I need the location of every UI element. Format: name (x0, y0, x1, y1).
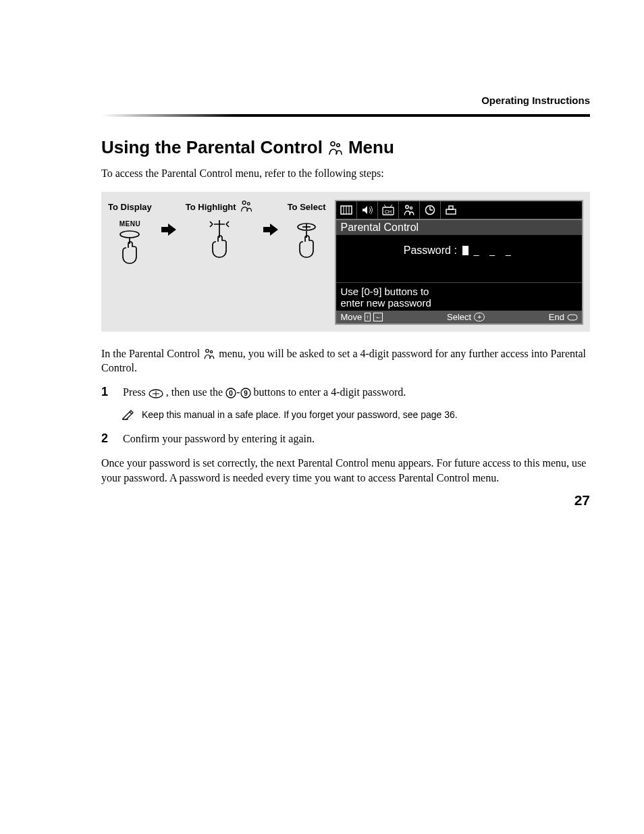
menu-text-label: MENU (108, 220, 152, 228)
final-para: Once your password is set correctly, the… (101, 456, 590, 485)
osd-msg-line1: Use [0-9] buttons to (340, 286, 578, 297)
osd-audio-icon (357, 201, 378, 219)
step1-text-b: , then use the (166, 386, 225, 398)
col-display: To Display MENU (108, 200, 152, 268)
svg-rect-25 (568, 315, 577, 320)
osd-cursor (462, 246, 468, 255)
nine-button-icon: 9 (240, 388, 251, 398)
osd-footer-select: Select (447, 312, 471, 322)
pencil-note-icon (122, 409, 135, 422)
osd-password-dashes: _ _ _ (474, 245, 515, 256)
step-number: 2 (101, 432, 115, 446)
svg-point-5 (247, 202, 250, 205)
section-header: Operating Instructions (101, 95, 590, 106)
svg-marker-6 (263, 224, 278, 236)
osd-password-label: Password : (404, 244, 457, 256)
osd-title: Parental Control (336, 220, 582, 235)
osd-video-icon (336, 201, 357, 219)
intro-text: To access the Parental Control menu, ref… (101, 167, 590, 180)
svg-point-27 (211, 350, 213, 353)
parental-control-icon (239, 199, 254, 215)
step-1: 1 Press , then use the 0 - 9 buttons to … (101, 385, 590, 400)
arrow-icon (263, 224, 278, 238)
osd-parental-icon (399, 201, 420, 219)
note: Keep this manual in a safe place. If you… (122, 409, 590, 422)
svg-text:0: 0 (229, 390, 233, 397)
page-number: 27 (574, 492, 590, 509)
svg-point-1 (337, 143, 340, 146)
header-rule (101, 114, 590, 117)
left-arrow-icon: ← (373, 313, 383, 321)
svg-point-18 (406, 205, 409, 209)
col-display-label: To Display (108, 200, 152, 213)
step1-text-c: buttons to enter a 4-digit password. (254, 386, 406, 398)
col-select: To Select (288, 200, 326, 267)
steps-list-2: 2 Confirm your password by entering it a… (101, 432, 590, 446)
osd-msg-line2: enter new password (340, 297, 578, 309)
osd-body: Password : _ _ _ (336, 235, 582, 282)
after-box-text-1: In the Parental Control (101, 348, 203, 359)
menu-button-icon (567, 313, 578, 321)
osd-screenshot: CH Parental Control Password : _ _ _ Use… (335, 200, 583, 325)
step-2: 2 Confirm your password by entering it a… (101, 432, 590, 446)
osd-footer: Move↑← Select+ End (336, 311, 582, 323)
svg-text:CH: CH (385, 209, 392, 214)
svg-rect-24 (449, 206, 453, 209)
svg-marker-3 (161, 224, 176, 236)
svg-text:9: 9 (244, 390, 248, 397)
osd-footer-end: End (549, 312, 564, 322)
arrow-icon (161, 224, 176, 238)
svg-point-0 (331, 142, 335, 146)
page-title: Using the Parental Control Menu (101, 137, 590, 158)
joystick-button-icon (149, 389, 163, 398)
title-pre: Using the Parental Control (101, 137, 323, 158)
up-arrow-icon: ↑ (365, 313, 371, 321)
zero-button-icon: 0 (225, 388, 236, 398)
step1-text-a: Press (123, 386, 149, 398)
osd-channel-icon: CH (378, 201, 399, 219)
col-highlight: To Highlight (186, 200, 254, 267)
svg-point-19 (410, 207, 412, 209)
steps-list: 1 Press , then use the 0 - 9 buttons to … (101, 385, 590, 400)
col-select-label: To Select (288, 200, 326, 213)
svg-rect-23 (446, 209, 456, 214)
parental-control-icon (203, 348, 216, 360)
svg-point-2 (120, 231, 139, 238)
osd-footer-move: Move (340, 312, 362, 322)
joystick-hand-icon (200, 220, 238, 265)
osd-timer-icon (420, 201, 441, 219)
press-menu-hand-icon (113, 228, 146, 265)
parental-control-icon (327, 140, 344, 156)
osd-setup-icon (441, 201, 461, 219)
press-select-hand-icon (290, 220, 323, 265)
note-text: Keep this manual in a safe place. If you… (142, 409, 458, 420)
after-box-para: In the Parental Control menu, you will b… (101, 346, 590, 375)
osd-icon-row: CH (336, 201, 582, 220)
instruction-diagram: To Display MENU To Highlight (101, 192, 590, 332)
title-post: Menu (348, 137, 394, 158)
col-highlight-label: To Highlight (186, 200, 254, 213)
osd-message: Use [0-9] buttons to enter new password (336, 282, 582, 311)
step2-text: Confirm your password by entering it aga… (123, 432, 590, 446)
highlight-text: To Highlight (186, 202, 236, 212)
step-number: 1 (101, 385, 115, 400)
svg-point-26 (206, 349, 209, 353)
svg-point-4 (242, 201, 246, 204)
select-button-icon: + (474, 313, 485, 321)
manual-page: Operating Instructions Using the Parenta… (0, 0, 644, 536)
